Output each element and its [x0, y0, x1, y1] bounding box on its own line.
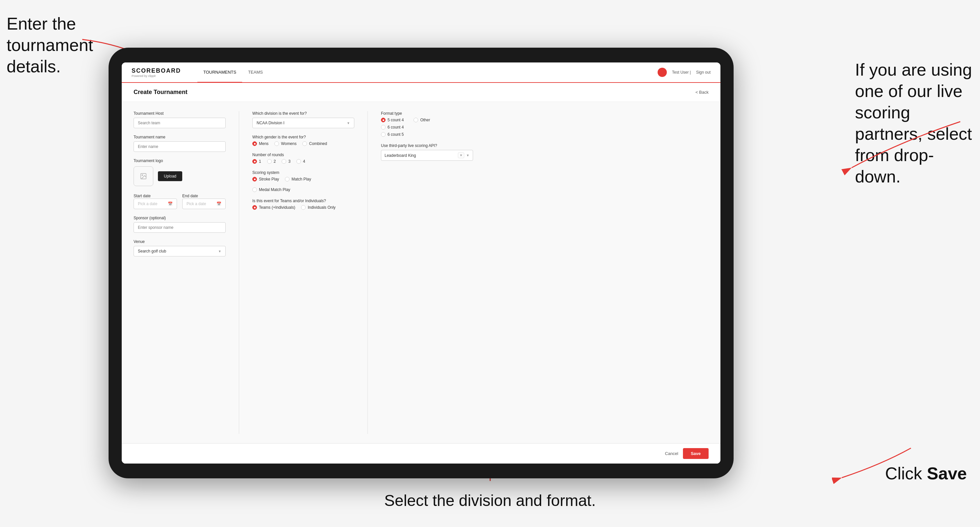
- nav-avatar: [658, 68, 667, 77]
- scoring-match-label: Match Play: [291, 177, 311, 181]
- gender-mens-radio[interactable]: [252, 141, 257, 146]
- gender-womens-radio[interactable]: [274, 141, 279, 146]
- rounds-3-label: 3: [288, 159, 291, 164]
- rounds-2[interactable]: 2: [267, 159, 276, 164]
- tablet-screen: SCOREBOARD Powered by clippit TOURNAMENT…: [122, 62, 721, 464]
- save-button[interactable]: Save: [683, 448, 709, 459]
- rounds-4[interactable]: 4: [296, 159, 305, 164]
- gender-womens[interactable]: Womens: [274, 141, 296, 146]
- live-scoring-clear-btn[interactable]: ✕: [458, 152, 464, 158]
- format-count-6c4[interactable]: 6 count 4: [381, 125, 404, 130]
- format-type-group: Format type 5 count 4 6 count 4: [381, 111, 473, 137]
- teams-individuals-label: Individuals Only: [308, 205, 336, 210]
- scoring-match[interactable]: Match Play: [285, 177, 311, 181]
- end-date-field: End date Pick a date 📅: [182, 193, 226, 209]
- format-count-5c4[interactable]: 5 count 4: [381, 118, 404, 122]
- tournament-host-input[interactable]: [134, 118, 226, 128]
- venue-chevron-icon: ▼: [218, 249, 221, 253]
- nav-right: Test User | Sign out: [658, 68, 711, 77]
- scoring-stroke[interactable]: Stroke Play: [252, 177, 279, 181]
- divider-mid-right: [368, 111, 368, 434]
- scoring-stroke-radio[interactable]: [252, 177, 257, 181]
- format-other-radio[interactable]: [414, 118, 418, 122]
- rounds-3-radio[interactable]: [282, 159, 286, 164]
- rounds-radio-row: 1 2 3 4: [252, 159, 354, 164]
- scoring-label: Scoring system: [252, 170, 354, 175]
- gender-womens-label: Womens: [281, 141, 296, 146]
- format-type-layout: 5 count 4 6 count 4 6 count 5: [381, 118, 473, 137]
- nav-tab-tournaments[interactable]: TOURNAMENTS: [197, 62, 242, 83]
- nav-sign-out[interactable]: Sign out: [696, 70, 711, 75]
- scoring-medal-radio[interactable]: [252, 187, 257, 192]
- format-5c4-label: 5 count 4: [388, 118, 404, 122]
- form-col-mid: Which division is the event for? NCAA Di…: [252, 111, 354, 434]
- venue-placeholder: Search golf club: [138, 249, 166, 254]
- cancel-button[interactable]: Cancel: [665, 451, 678, 456]
- start-date-placeholder: Pick a date: [138, 202, 157, 206]
- format-6c5-radio[interactable]: [381, 132, 385, 137]
- tournament-logo-label: Tournament logo: [134, 159, 226, 163]
- gender-combined-label: Combined: [309, 141, 327, 146]
- format-5c4-radio[interactable]: [381, 118, 385, 122]
- live-scoring-label: Use third-party live scoring API?: [381, 143, 473, 148]
- format-6c4-radio[interactable]: [381, 125, 385, 130]
- start-date-field: Start date Pick a date 📅: [134, 193, 177, 209]
- format-other[interactable]: Other: [414, 118, 430, 122]
- divider-left-mid: [239, 111, 239, 434]
- nav-tabs: TOURNAMENTS TEAMS: [197, 62, 269, 82]
- venue-label: Venue: [134, 239, 226, 244]
- date-row: Start date Pick a date 📅 End date Pick a…: [134, 193, 226, 209]
- teams-teams[interactable]: Teams (+Individuals): [252, 205, 295, 210]
- teams-teams-radio[interactable]: [252, 205, 257, 210]
- format-count-6c5[interactable]: 6 count 5: [381, 132, 404, 137]
- venue-select[interactable]: Search golf club ▼: [134, 246, 226, 256]
- logo-placeholder: [134, 167, 153, 186]
- end-date-placeholder: Pick a date: [186, 202, 206, 206]
- scoring-radio-row: Stroke Play Match Play Medal Match Play: [252, 177, 354, 192]
- back-link[interactable]: < Back: [695, 90, 709, 95]
- nav-tab-teams[interactable]: TEAMS: [242, 62, 269, 83]
- gender-combined[interactable]: Combined: [302, 141, 327, 146]
- nav-user-label: Test User |: [672, 70, 691, 75]
- upload-button[interactable]: Upload: [158, 171, 182, 181]
- tablet-frame: SCOREBOARD Powered by clippit TOURNAMENT…: [108, 48, 733, 478]
- annotation-bottom-center: Select the division and format.: [384, 491, 596, 511]
- teams-individuals[interactable]: Individuals Only: [301, 205, 336, 210]
- gender-combined-radio[interactable]: [302, 141, 307, 146]
- gender-group: Which gender is the event for? Mens Wome…: [252, 135, 354, 146]
- scoring-medal[interactable]: Medal Match Play: [252, 187, 290, 192]
- rounds-1-radio[interactable]: [252, 159, 257, 164]
- rounds-1[interactable]: 1: [252, 159, 261, 164]
- venue-group: Venue Search golf club ▼: [134, 239, 226, 256]
- sponsor-input[interactable]: [134, 222, 226, 233]
- other-col: Other: [414, 118, 430, 137]
- sponsor-group: Sponsor (optional): [134, 216, 226, 233]
- format-6c5-label: 6 count 5: [388, 132, 404, 137]
- division-select[interactable]: NCAA Division I ▼: [252, 118, 354, 128]
- rounds-label: Number of rounds: [252, 152, 354, 157]
- end-date-input[interactable]: Pick a date 📅: [182, 198, 226, 209]
- live-scoring-dropdown-icon: ▼: [466, 154, 469, 157]
- form-footer: Cancel Save: [122, 443, 721, 464]
- teams-individuals-radio[interactable]: [301, 205, 305, 210]
- calendar-icon-end: 📅: [216, 202, 221, 206]
- tournament-name-input[interactable]: [134, 141, 226, 152]
- start-date-input[interactable]: Pick a date 📅: [134, 198, 177, 209]
- live-scoring-select[interactable]: Leaderboard King ✕ ▼: [381, 150, 473, 161]
- gender-mens[interactable]: Mens: [252, 141, 269, 146]
- tournament-host-group: Tournament Host: [134, 111, 226, 128]
- nav-bar: SCOREBOARD Powered by clippit TOURNAMENT…: [122, 62, 721, 83]
- format-other-label: Other: [420, 118, 430, 122]
- sponsor-label: Sponsor (optional): [134, 216, 226, 220]
- scoring-match-radio[interactable]: [285, 177, 290, 181]
- rounds-3[interactable]: 3: [282, 159, 291, 164]
- rounds-2-label: 2: [274, 159, 276, 164]
- division-chevron-icon: ▼: [347, 121, 350, 125]
- teams-radio-row: Teams (+Individuals) Individuals Only: [252, 205, 354, 210]
- nav-logo-sub: Powered by clippit: [132, 74, 181, 78]
- rounds-2-radio[interactable]: [267, 159, 272, 164]
- nav-logo: SCOREBOARD Powered by clippit: [132, 67, 181, 78]
- rounds-4-radio[interactable]: [296, 159, 301, 164]
- teams-teams-label: Teams (+Individuals): [259, 205, 295, 210]
- format-type-label: Format type: [381, 111, 473, 116]
